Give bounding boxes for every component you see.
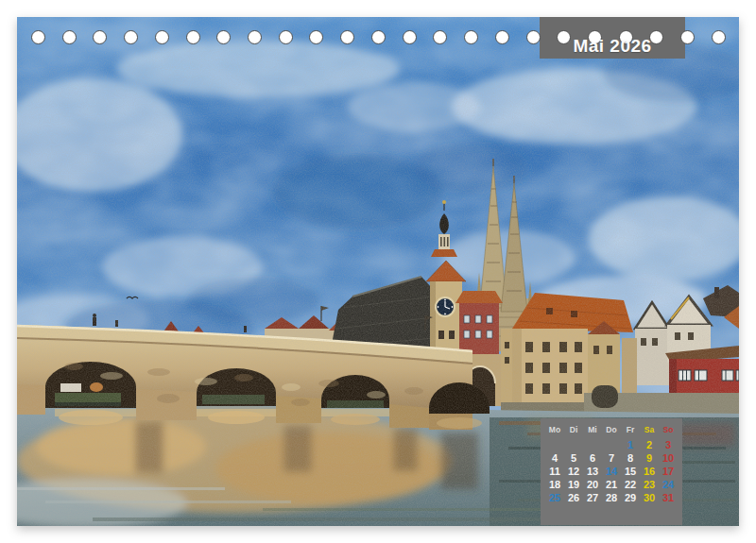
empty-day-cell	[545, 438, 564, 451]
day-cell: 22	[621, 479, 640, 492]
day-cell: 6	[583, 451, 602, 465]
calendar-photo-area: Mai 2026 MoDiMiDoFrSaSo12345678910111213…	[17, 17, 739, 526]
day-cell: 13	[583, 465, 602, 478]
binding-hole-icon	[124, 30, 138, 44]
day-cell: 4	[545, 451, 564, 465]
binding-hole-icon	[309, 30, 323, 44]
day-cell: 23	[640, 479, 659, 492]
binding-hole-icon	[712, 30, 726, 44]
mini-calendar: MoDiMiDoFrSaSo12345678910111213141516171…	[541, 418, 682, 525]
empty-day-cell	[564, 438, 583, 451]
binding-hole-icon	[93, 30, 107, 44]
day-cell: 30	[640, 492, 659, 505]
weekday-header-cell: Fr	[621, 422, 640, 438]
day-cell: 11	[545, 465, 564, 478]
weekday-header-cell: Sa	[640, 422, 659, 438]
weekday-header-cell: Mi	[583, 422, 602, 438]
day-cell: 15	[621, 465, 640, 478]
day-cell: 26	[564, 492, 583, 505]
binding-hole-icon	[433, 30, 447, 44]
binding-hole-icon	[186, 30, 200, 44]
month-title: Mai 2026	[540, 17, 685, 59]
day-cell: 18	[545, 479, 564, 492]
day-cell: 10	[659, 451, 678, 465]
weekday-header-cell: Do	[602, 422, 621, 438]
day-cell: 8	[621, 451, 640, 465]
day-cell: 20	[583, 479, 602, 492]
binding-hole-icon	[279, 30, 293, 44]
day-cell: 28	[602, 492, 621, 505]
day-cell: 27	[583, 492, 602, 505]
binding-hole-icon	[526, 30, 541, 44]
weekday-header-cell: Di	[564, 422, 583, 438]
empty-day-cell	[583, 438, 602, 451]
day-cell: 7	[602, 451, 621, 465]
day-cell: 2	[640, 438, 659, 451]
day-cell: 25	[545, 492, 564, 505]
binding-hole-icon	[371, 30, 386, 44]
empty-day-cell	[602, 438, 621, 451]
day-cell: 14	[602, 465, 621, 478]
day-cell: 9	[640, 451, 659, 465]
binding-hole-icon	[464, 30, 478, 44]
binding-hole-icon	[403, 30, 417, 44]
binding-hole-icon	[495, 30, 509, 44]
day-cell: 24	[659, 479, 678, 492]
weekday-header-cell: So	[659, 422, 678, 438]
day-cell: 21	[602, 479, 621, 492]
day-cell: 3	[659, 438, 678, 451]
binding-hole-icon	[31, 30, 45, 44]
binding-hole-icon	[155, 30, 169, 44]
day-cell: 12	[564, 465, 583, 478]
day-cell: 29	[621, 492, 640, 505]
calendar-page: Mai 2026 MoDiMiDoFrSaSo12345678910111213…	[0, 0, 756, 543]
binding-hole-icon	[62, 30, 77, 44]
day-cell: 1	[621, 438, 640, 451]
binding-hole-icon	[248, 30, 262, 44]
binding-hole-icon	[216, 30, 231, 44]
day-cell: 16	[640, 465, 659, 478]
day-cell: 5	[564, 451, 583, 465]
day-cell: 19	[564, 479, 583, 492]
day-cell: 17	[659, 465, 678, 478]
day-cell: 31	[659, 492, 678, 505]
weekday-header-cell: Mo	[545, 422, 564, 438]
binding-hole-icon	[340, 30, 354, 44]
